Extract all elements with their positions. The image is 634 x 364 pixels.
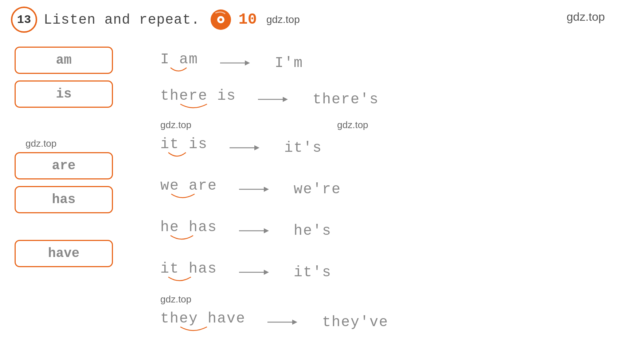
arrow-icon-it-has	[239, 267, 272, 278]
contraction-it-is: it's	[284, 140, 322, 156]
row-it-has: it has it's	[160, 256, 619, 289]
svg-marker-16	[292, 320, 297, 325]
svg-marker-14	[264, 270, 269, 275]
arc-i-am	[160, 66, 189, 74]
svg-point-2	[219, 18, 222, 21]
svg-marker-10	[264, 187, 269, 192]
word-box-are: are	[15, 152, 113, 179]
watermark-top-right: gdz.top	[567, 10, 605, 24]
contraction-they-have: they've	[322, 314, 388, 331]
disc-icon	[210, 9, 232, 31]
watermark-left: gdz.top	[15, 138, 138, 149]
phrase-text-i-am: I am	[160, 52, 198, 68]
watermark-mid2: gdz.top	[337, 119, 368, 131]
phrase-text-it-has: it has	[160, 261, 217, 277]
right-column: I am I'm there is	[138, 43, 619, 342]
word-box-has: has	[15, 186, 113, 213]
row-we-are: we are we're	[160, 173, 619, 206]
row-i-am: I am I'm	[160, 47, 619, 79]
arrow-they-have	[267, 317, 300, 328]
row-they-have: they have they've	[160, 306, 619, 339]
arrow-icon-we-are	[239, 184, 272, 195]
phrase-we-are: we are	[160, 178, 217, 201]
contraction-he-has: he's	[294, 223, 332, 239]
watermark-row-mid: gdz.top gdz.top	[160, 119, 619, 131]
phrase-text-there-is: there is	[160, 88, 236, 104]
left-column: am is gdz.top are has have	[15, 43, 138, 342]
svg-marker-6	[283, 97, 288, 102]
phrase-there-is: there is	[160, 88, 236, 111]
arrow-it-has	[239, 267, 272, 278]
phrase-text-they-have: they have	[160, 311, 246, 327]
phrase-text-he-has: he has	[160, 219, 217, 236]
arc-we-are	[160, 193, 200, 201]
word-box-am: am	[15, 47, 113, 74]
contraction-i-am: I'm	[275, 55, 303, 71]
phrase-i-am: I am	[160, 52, 198, 74]
phrase-it-is: it is	[160, 136, 208, 159]
arrow-it-is	[230, 142, 262, 153]
exercise-number: 13	[11, 7, 37, 33]
phrase-they-have: they have	[160, 311, 246, 333]
instruction-text: Listen and repeat.	[44, 12, 200, 28]
arc-it-has	[160, 276, 199, 284]
arc-they-have	[160, 325, 215, 333]
contraction-it-has: it's	[294, 264, 332, 281]
arc-it-is	[160, 151, 193, 159]
arrow-icon-it-is	[230, 142, 262, 153]
watermark-mid1: gdz.top	[160, 119, 191, 131]
arrow-we-are	[239, 184, 272, 195]
arrow-icon-they-have	[267, 317, 300, 328]
header: 13 Listen and repeat. 10 gdz.top	[0, 0, 634, 39]
watermark-track: gdz.top	[266, 14, 300, 25]
arrow-icon-i-am	[220, 58, 253, 68]
track-number: 10	[238, 11, 257, 28]
watermark-bottom1: gdz.top	[160, 294, 191, 305]
contraction-there-is: there's	[313, 91, 379, 108]
row-there-is: there is there's	[160, 83, 619, 116]
arrow-icon-there-is	[258, 94, 291, 105]
phrase-text-we-are: we are	[160, 178, 217, 194]
word-box-is: is	[15, 80, 113, 108]
arrow-icon-he-has	[239, 225, 272, 236]
arrow-there-is	[258, 94, 291, 105]
phrase-he-has: he has	[160, 219, 217, 242]
svg-marker-8	[254, 145, 259, 150]
row-he-has: he has he's	[160, 214, 619, 247]
phrase-it-has: it has	[160, 261, 217, 284]
word-box-have: have	[15, 240, 113, 267]
svg-marker-4	[245, 60, 250, 66]
arrow-i-am	[220, 58, 253, 68]
arc-he-has	[160, 234, 200, 242]
phrase-text-it-is: it is	[160, 136, 208, 153]
arc-there-is	[160, 103, 211, 111]
main-content: am is gdz.top are has have I am I'm	[0, 39, 634, 346]
svg-marker-12	[264, 228, 269, 233]
watermark-row-bottom: gdz.top	[160, 294, 619, 305]
contraction-we-are: we're	[294, 181, 341, 198]
arrow-he-has	[239, 225, 272, 236]
row-it-is: it is it's	[160, 131, 619, 164]
